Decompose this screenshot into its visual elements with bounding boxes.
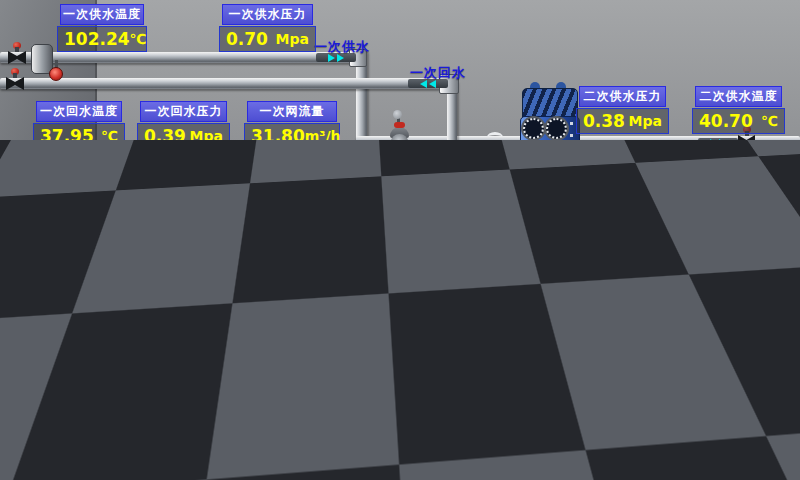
gauge-unit: ℃ [761, 113, 778, 129]
flow-arrows-return-link [526, 330, 562, 339]
gauge-label: 一次供水压力 [222, 4, 313, 25]
gauge-label: 一次网流量 [247, 101, 337, 122]
gauge-unit: Mpa [629, 270, 662, 286]
gauge-unit: m³/h [305, 128, 341, 144]
gauge-unit: ℃ [130, 31, 147, 47]
gauge-label: 补水泵频率 [280, 376, 367, 397]
pipe-label-secondary-supply: 二次供水 [702, 150, 758, 168]
gauge-primary-supply-press: 一次供水压力 0.70Mpa [219, 4, 316, 52]
gauge-unit: ℃ [761, 270, 778, 286]
pipe-label-primary-return: 一次回水 [410, 64, 466, 82]
hx-port-upper-left [523, 118, 544, 139]
gauge-unit: m³ [105, 325, 126, 341]
gauge-label: 二次供水温度 [695, 86, 782, 107]
gauge-primary-return-press: 一次回水压力 0.39Mpa [137, 101, 230, 149]
gauge-primary-net-flow: 一次网流量 31.80m³/h [244, 101, 340, 149]
pipe-label-primary-supply: 一次供水 [314, 38, 370, 56]
sensor-head [393, 110, 402, 119]
gauge-primary-return-temp: 一次回水温度 37.95℃ [33, 101, 125, 149]
gauge-unit: Mpa [190, 128, 223, 144]
gauge-label: 一次回水压力 [140, 101, 227, 122]
hx-port-upper-right [546, 118, 567, 139]
pipe-label-makeup: 补水 [584, 398, 612, 416]
pressure-gauge-icon [49, 67, 63, 81]
gauge-unit: Mpa [276, 31, 309, 47]
gauge-value: 102.24 [64, 29, 130, 49]
gauge-value: 5.92 [362, 171, 404, 191]
tank-manhole-1 [20, 366, 82, 428]
gauge-value: 0.27 [583, 268, 625, 288]
hmi-scene: 一次供水 一次回水 二次供水 二次回水 补水 一次供水温度 102.24℃ 一次… [0, 0, 800, 480]
gauge-value: 31.80 [251, 126, 305, 146]
gauge-value: 40.70 [699, 111, 753, 131]
hx-port-lower-right [549, 190, 570, 211]
flow-arrows-makeup [558, 386, 604, 395]
gauge-unit: ℃ [101, 128, 118, 144]
gauge-label: 二次供水压力 [579, 86, 666, 107]
control-valve-indicator [394, 122, 405, 128]
flow-arrows-secondary-return [486, 295, 526, 304]
gauge-valve-opening: 阀门开度值 5.92% [355, 146, 448, 194]
circulation-pump-2 [486, 198, 530, 290]
gauge-label: 一次回水温度 [36, 101, 122, 122]
gauge-unit: Mpa [629, 113, 662, 129]
gauge-value: 1.10 [47, 323, 89, 343]
gauge-value: 0.70 [226, 29, 268, 49]
pipe-label-secondary-return: 二次回水 [716, 309, 772, 327]
flow-arrows-secondary-return-2 [720, 295, 756, 304]
gauge-unit: Hz [343, 403, 363, 419]
gauge-secondary-supply-temp: 二次供水温度 40.70℃ [692, 86, 785, 134]
flow-arrows-secondary-supply [698, 138, 738, 147]
gauge-label: 二次回水温度 [695, 243, 782, 264]
gauge-value: 36.63 [699, 268, 753, 288]
gauge-label: 一次供水温度 [60, 4, 144, 25]
gauge-primary-supply-temp: 一次供水温度 102.24℃ [57, 4, 147, 52]
gauge-label: 水箱液位高度 [43, 298, 130, 319]
gauge-tank-level: 水箱液位高度 1.10m³ [40, 298, 133, 346]
gauge-makeup-pump-freq: 补水泵频率 33.88Hz [277, 376, 370, 424]
gauge-value: 0.39 [144, 126, 186, 146]
pump-status-indicator [503, 204, 514, 220]
gauge-label: 阀门开度值 [358, 146, 445, 167]
gauge-secondary-return-temp: 二次回水温度 36.63℃ [692, 243, 785, 291]
makeup-pump-2 [230, 376, 274, 468]
gauge-value: 37.95 [40, 126, 94, 146]
circulation-pump-1 [426, 198, 470, 290]
pipe-primary-return [0, 78, 448, 89]
tank-manhole-2 [92, 358, 154, 420]
gauge-value: 0.38 [583, 111, 625, 131]
tank-ladder [152, 302, 178, 434]
pump-status-indicator [255, 320, 266, 336]
gauge-secondary-return-press: 二次回水压力 0.27Mpa [576, 243, 669, 291]
pump-status-indicator [247, 382, 258, 398]
gauge-unit: % [427, 173, 441, 189]
pipe-crossing-marker [487, 132, 503, 143]
pipe-tank-suction [146, 325, 460, 335]
pump-status-indicator [443, 204, 454, 220]
gauge-value: 33.88 [284, 401, 338, 421]
gauge-label: 二次回水压力 [579, 243, 666, 264]
pipe-secondary-supply [562, 136, 800, 147]
gauge-secondary-supply-press: 二次供水压力 0.38Mpa [576, 86, 669, 134]
